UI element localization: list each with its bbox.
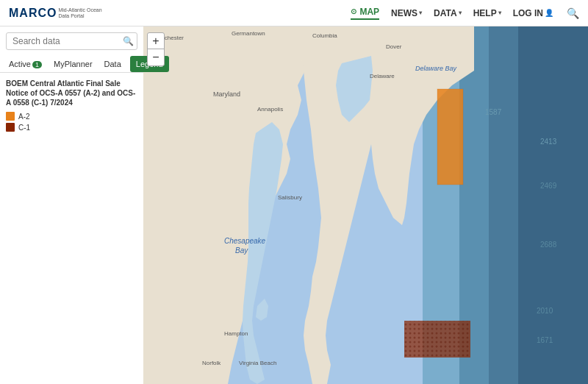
header: MARCO Mid-Atlantic Ocean Data Portal ⊙ M… (0, 0, 588, 26)
data-caret: ▾ (459, 10, 462, 16)
svg-text:2469: 2469 (540, 182, 557, 190)
svg-text:1587: 1587 (485, 108, 502, 116)
tab-active[interactable]: Active1 (3, 56, 48, 72)
svg-text:Virginia Beach: Virginia Beach (239, 360, 276, 366)
layer-title: BOEM Central Atlantic Final Sale Notice … (6, 79, 137, 107)
svg-rect-31 (437, 89, 463, 185)
search-bar[interactable]: 🔍 (6, 32, 137, 50)
svg-text:2413: 2413 (540, 138, 557, 146)
svg-text:Dover: Dover (386, 43, 402, 50)
nav-map[interactable]: ⊙ MAP (351, 7, 379, 20)
svg-text:Hampton: Hampton (224, 330, 248, 337)
legend-label-c1: C-1 (18, 124, 30, 132)
nav-help[interactable]: HELP▾ (473, 8, 501, 18)
logo: MARCO Mid-Atlantic Ocean Data Portal (9, 7, 102, 20)
map[interactable]: 1587 2413 2469 2688 2010 1671 Winchester… (143, 26, 588, 384)
svg-text:Salisbury: Salisbury (278, 194, 302, 201)
svg-text:1671: 1671 (537, 336, 553, 344)
svg-text:Norfolk: Norfolk (202, 360, 221, 366)
svg-rect-4 (518, 26, 588, 384)
svg-text:Annapolis: Annapolis (257, 106, 283, 113)
logo-subtitle: Mid-Atlantic Ocean Data Portal (58, 7, 101, 18)
news-caret: ▾ (419, 10, 422, 16)
legend-content: BOEM Central Atlantic Final Sale Notice … (0, 73, 143, 384)
svg-text:Delaware: Delaware (370, 73, 395, 79)
legend-item-c1: C-1 (6, 123, 137, 132)
logo-text: MARCO (9, 7, 57, 20)
search-bar-icon: 🔍 (123, 36, 134, 46)
svg-text:Bay: Bay (235, 246, 248, 255)
tab-myplanner[interactable]: MyPlanner (48, 56, 98, 72)
active-badge: 1 (32, 61, 42, 68)
nav-news[interactable]: NEWS▾ (391, 8, 422, 18)
svg-text:2688: 2688 (540, 241, 557, 249)
help-caret: ▾ (498, 10, 501, 16)
zoom-in-button[interactable]: + (148, 33, 164, 49)
svg-text:Columbia: Columbia (312, 32, 337, 39)
tabs: Active1 MyPlanner Data Legend (0, 56, 143, 73)
nav-data[interactable]: DATA▾ (434, 8, 462, 18)
legend-swatch-c1 (6, 123, 15, 132)
tab-data[interactable]: Data (98, 56, 127, 72)
nav-links: ⊙ MAP NEWS▾ DATA▾ HELP▾ LOG IN 👤 🔍 (351, 7, 579, 20)
legend-swatch-a2 (6, 112, 15, 121)
svg-rect-35 (404, 321, 470, 358)
sidebar: 🔍 Active1 MyPlanner Data Legend BOEM Cen… (0, 26, 143, 384)
svg-text:Chesapeake: Chesapeake (224, 237, 266, 245)
zoom-controls: + − (147, 32, 165, 66)
svg-text:Germantown: Germantown (232, 30, 265, 37)
header-search-icon[interactable]: 🔍 (567, 7, 579, 19)
search-input[interactable] (12, 36, 123, 46)
map-nav-icon: ⊙ (351, 7, 356, 15)
svg-text:2010: 2010 (537, 307, 553, 315)
legend-label-a2: A-2 (18, 113, 30, 121)
nav-login[interactable]: LOG IN 👤 (513, 8, 555, 18)
user-icon: 👤 (545, 9, 553, 17)
svg-text:Delaware Bay: Delaware Bay (415, 65, 457, 72)
legend-item-a2: A-2 (6, 112, 137, 121)
zoom-out-button[interactable]: − (148, 49, 164, 65)
svg-text:Maryland: Maryland (213, 90, 240, 98)
